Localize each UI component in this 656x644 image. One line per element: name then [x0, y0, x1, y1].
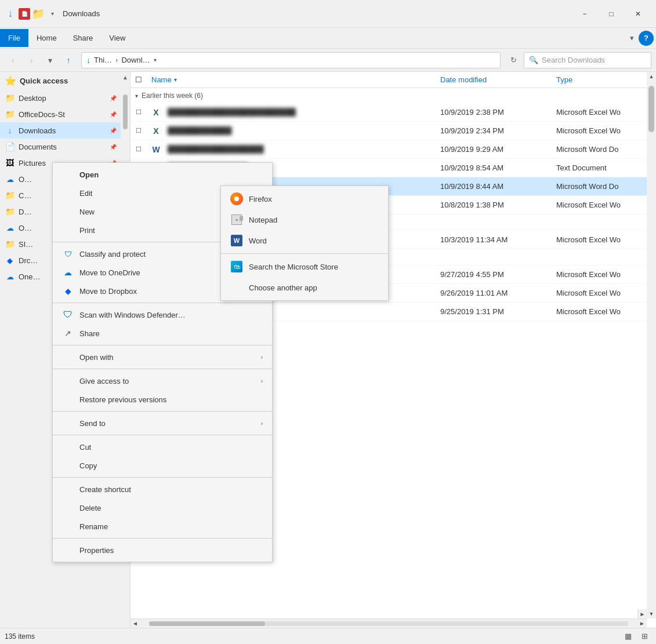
col-type[interactable]: Type [552, 73, 656, 86]
quick-access-label: Quick access [20, 77, 68, 85]
hscroll-left[interactable]: ◄ [131, 619, 140, 628]
cm-sendto[interactable]: Send to › [53, 414, 272, 432]
breadcrumb-expand-icon[interactable]: ▾ [154, 57, 157, 63]
file-row[interactable]: ☐ X ████████████████████████ 10/9/2019 2… [131, 103, 656, 122]
header-checkbox[interactable]: ☐ [131, 75, 147, 84]
sort-arrow-name: ▾ [174, 77, 177, 83]
maximize-button[interactable]: □ [598, 5, 625, 23]
horizontal-scrollbar[interactable]: ◄ ► [131, 618, 647, 628]
filename-2: ████████████ [163, 126, 436, 135]
close-button[interactable]: ✕ [625, 5, 651, 23]
onedrive-icon-3: ☁ [5, 271, 15, 282]
vscroll-down[interactable]: ▼ [647, 609, 656, 618]
up-button[interactable]: ↑ [60, 52, 77, 68]
cm-giveaccess[interactable]: Give access to › [53, 372, 272, 390]
help-button[interactable]: ? [639, 31, 654, 46]
hscroll-right[interactable]: ► [637, 619, 647, 628]
cm-sep-3 [53, 345, 272, 345]
cm-copy[interactable]: Copy [53, 456, 272, 475]
sidebar-item-desktop[interactable]: 📁 Desktop 📌 [0, 90, 121, 106]
cm-createshortcut-label: Create shortcut [79, 485, 263, 494]
breadcrumb-this: Thi… [94, 56, 112, 64]
menu-view[interactable]: View [101, 29, 133, 47]
group-label: Earlier this week (6) [142, 92, 203, 100]
cm-sep-2 [53, 303, 272, 303]
col-name[interactable]: Name ▾ [147, 73, 436, 86]
menu-share[interactable]: Share [65, 29, 102, 47]
sidebar-scroll-up[interactable]: ▲ [120, 72, 131, 83]
search-box[interactable]: 🔍 Search Downloads [524, 52, 651, 68]
vscroll-thumb[interactable] [648, 86, 654, 132]
vscroll-up[interactable]: ▲ [647, 72, 656, 81]
row-checkbox-3[interactable]: ☐ [131, 145, 147, 153]
cm-delete[interactable]: Delete [53, 499, 272, 517]
sm-store[interactable]: 🛍 Search the Microsoft Store [221, 256, 388, 277]
status-bar: 135 items ▦ ⊞ [0, 628, 656, 644]
col-date[interactable]: Date modified [436, 73, 552, 86]
pin-icon-officedocs: 📌 [110, 111, 117, 118]
sm-notepad-label: Notepad [249, 216, 379, 224]
forward-button[interactable]: › [23, 52, 39, 68]
sidebar-item-officedocs[interactable]: 📁 OfficeDocs-St 📌 [0, 106, 121, 122]
cm-open-label: Open [79, 170, 263, 179]
folder-d1-icon: 📁 [5, 206, 15, 217]
minimize-button[interactable]: − [571, 5, 598, 23]
large-icons-view-button[interactable]: ⊞ [637, 630, 651, 643]
firefox-icon [230, 192, 243, 205]
filetype-5: Microsoft Word Do [552, 182, 656, 191]
row-checkbox-1[interactable]: ☐ [131, 108, 147, 116]
pdf-icon: 📄 [19, 8, 30, 20]
pin-icon-documents: 📌 [110, 144, 117, 150]
menu-home[interactable]: Home [28, 29, 65, 47]
hscroll-thumb[interactable] [149, 621, 265, 626]
file-row[interactable]: ☐ W ██████████████████ 10/9/2019 9:29 AM… [131, 140, 656, 159]
menu-file[interactable]: File [0, 29, 28, 47]
back-button[interactable]: ‹ [5, 52, 21, 68]
cm-defender[interactable]: 🛡 Scan with Windows Defender… [53, 305, 272, 324]
sidebar-scroll-thumb[interactable] [123, 94, 128, 129]
sm-chooseanother[interactable]: Choose another app [221, 277, 388, 298]
pictures-folder-icon: 🖼 [5, 158, 15, 168]
filedate-3: 10/9/2019 9:29 AM [436, 145, 552, 154]
cm-restore[interactable]: Restore previous versions [53, 390, 272, 409]
filetype-10: Microsoft Excel Wo [552, 270, 656, 279]
expand-right-icon[interactable]: ► [637, 609, 647, 618]
downloads-folder-icon: ↓ [5, 125, 15, 136]
sm-firefox[interactable]: Firefox [221, 188, 388, 209]
file-row[interactable]: ☐ X ████████████ 10/9/2019 2:34 PM Micro… [131, 122, 656, 140]
cm-cut[interactable]: Cut [53, 438, 272, 456]
recent-locations-button[interactable]: ▾ [42, 52, 58, 68]
row-checkbox-2[interactable]: ☐ [131, 127, 147, 134]
cm-sendto-label: Send to [79, 419, 255, 428]
cm-copy-label: Copy [79, 461, 263, 470]
filedate-8: 10/3/2019 11:34 AM [436, 235, 552, 244]
sm-word[interactable]: W Word [221, 230, 388, 251]
sm-chooseanother-label: Choose another app [249, 283, 379, 292]
vertical-scrollbar[interactable]: ▲ ▼ [647, 72, 656, 618]
window-title: Downloads [63, 9, 571, 18]
cm-openwith-icon [62, 351, 74, 363]
refresh-button[interactable]: ↻ [505, 52, 521, 68]
officedocs-folder-icon: 📁 [5, 109, 15, 119]
sm-notepad[interactable]: ≡ Notepad [221, 209, 388, 230]
breadcrumb[interactable]: ↓ Thi… › Downl… ▾ [81, 52, 501, 68]
cm-open[interactable]: Open [53, 165, 272, 184]
store-icon: 🛍 [230, 260, 243, 273]
filedate-10: 9/27/2019 4:55 PM [436, 270, 552, 279]
cm-share-icon: ↗ [62, 328, 74, 339]
cm-copy-icon [62, 460, 74, 471]
cm-createshortcut[interactable]: Create shortcut [53, 480, 272, 499]
sidebar-item-downloads[interactable]: ↓ Downloads 📌 [0, 122, 121, 139]
group-collapse-icon[interactable]: ▾ [135, 93, 138, 99]
cm-properties[interactable]: Properties [53, 541, 272, 559]
sidebar-item-documents[interactable]: 📄 Documents 📌 [0, 139, 121, 155]
cm-onedrive-icon: ☁ [62, 267, 74, 278]
cm-rename[interactable]: Rename [53, 517, 272, 536]
menu-dropdown-arrow[interactable]: ▾ [625, 29, 639, 47]
details-view-button[interactable]: ▦ [621, 630, 635, 643]
cm-openwith[interactable]: Open with › [53, 348, 272, 366]
cm-share[interactable]: ↗ Share [53, 324, 272, 343]
folder-si-icon: 📁 [5, 239, 15, 249]
filetype-3: Microsoft Word Do [552, 145, 656, 154]
search-placeholder: Search Downloads [542, 56, 605, 64]
